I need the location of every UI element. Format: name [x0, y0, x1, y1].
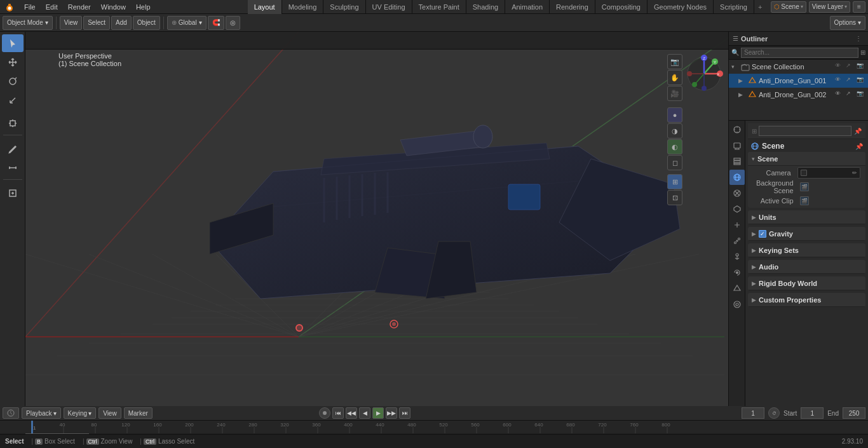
measure-tool[interactable]	[2, 159, 24, 177]
outliner-filter-btn[interactable]: ⋮	[853, 33, 864, 44]
xray-btn[interactable]: ⊡	[667, 190, 682, 205]
viewport-object-menu[interactable]: Object	[133, 16, 160, 30]
props-pin-icon[interactable]: 📌	[854, 128, 862, 135]
play-btn[interactable]: ▶	[372, 407, 384, 419]
item0-select-icon[interactable]: ↗	[846, 76, 855, 85]
snap-button[interactable]: 🧲	[208, 16, 224, 30]
filter-button[interactable]: ≡	[853, 1, 865, 13]
rotate-tool[interactable]	[2, 72, 24, 90]
props-object-tab[interactable]	[729, 201, 745, 217]
audio-header[interactable]: ▶ Audio	[748, 260, 865, 274]
step-back-btn[interactable]: ◀	[359, 407, 370, 419]
render-mode-btn[interactable]: ●	[667, 107, 682, 123]
view-layer-selector[interactable]: View Layer ▾	[809, 1, 850, 13]
add-workspace-button[interactable]: +	[754, 3, 766, 11]
rigid-body-header[interactable]: ▶ Rigid Body World	[748, 276, 865, 290]
proportional-edit-button[interactable]: ◎	[226, 16, 240, 30]
scene-collection-row[interactable]: ▾ Scene Collection 👁 ↗ 📷	[729, 60, 868, 74]
outliner-item-0[interactable]: ▶ Anti_Drone_Gun_001 👁 ↗ 📷	[729, 74, 868, 88]
camera-lock-btn[interactable]: 🎥	[667, 86, 682, 101]
current-frame-display[interactable]: 1	[742, 407, 764, 419]
record-btn[interactable]	[319, 407, 330, 419]
scene-options-icon[interactable]: 📌	[855, 143, 863, 150]
add-cube-tool[interactable]	[2, 184, 24, 202]
scene-selector[interactable]: ⬡ Scene ▾	[771, 1, 806, 13]
tab-scripting[interactable]: Scripting	[714, 0, 754, 14]
keying-btn[interactable]: Keying ▾	[64, 407, 97, 419]
tab-rendering[interactable]: Rendering	[550, 0, 595, 14]
viewport-3d[interactable]: User Perspective (1) Scene Collection	[25, 32, 728, 406]
menu-render[interactable]: Render	[63, 0, 96, 14]
blender-logo[interactable]	[3, 0, 17, 14]
background-scene-icon-btn[interactable]: 🎬	[800, 182, 809, 191]
transform-origin-selector[interactable]: ⊕ Global ▾	[167, 16, 207, 30]
menu-window[interactable]: Window	[96, 0, 131, 14]
fps-btn[interactable]: ⏱	[768, 407, 780, 419]
item0-render-icon[interactable]: 📷	[857, 76, 865, 85]
props-render-tab[interactable]	[729, 122, 745, 137]
menu-help[interactable]: Help	[131, 0, 156, 14]
active-clip-icon-btn[interactable]: 🎬	[800, 196, 809, 205]
annotate-tool[interactable]	[2, 140, 24, 158]
timeline-ruler[interactable]: 1 40 80 120 160 200 240 280 320 360 400 …	[0, 420, 868, 434]
overlay-btn[interactable]: ⊞	[667, 174, 682, 189]
custom-props-header[interactable]: ▶ Custom Properties	[748, 293, 865, 307]
viewport-select-menu[interactable]: Select	[83, 16, 110, 30]
props-world-tab[interactable]	[729, 186, 745, 201]
hand-pan-btn[interactable]: ✋	[667, 70, 682, 85]
object-mode-selector[interactable]: Object Mode ▾	[3, 16, 53, 30]
props-material-tab[interactable]	[729, 297, 745, 312]
menu-edit[interactable]: Edit	[41, 0, 63, 14]
scale-tool[interactable]	[2, 92, 24, 109]
collection-restrict-select-icon[interactable]: ↗	[846, 62, 855, 71]
props-particles-tab[interactable]	[729, 233, 745, 248]
filter-toggle-icon[interactable]: ⊞	[860, 49, 865, 56]
transform-tool[interactable]	[2, 114, 24, 132]
keying-sets-header[interactable]: ▶ Keying Sets	[748, 243, 865, 257]
jump-end-btn[interactable]: ⏭	[399, 407, 410, 419]
tab-layout[interactable]: Layout	[248, 0, 282, 14]
tab-animation[interactable]: Animation	[505, 0, 550, 14]
view-btn[interactable]: View	[98, 407, 121, 419]
props-scene-tab[interactable]	[729, 170, 745, 185]
props-modifier-tab[interactable]	[729, 217, 745, 233]
camera-value[interactable]: ✏	[797, 167, 860, 179]
collection-restrict-render-icon[interactable]: 📷	[857, 62, 865, 71]
scene-section-header[interactable]: ▾ Scene	[748, 152, 865, 166]
props-physics-tab[interactable]	[729, 249, 745, 264]
jump-prev-keyframe-btn[interactable]: ◀◀	[346, 407, 357, 419]
start-frame-input[interactable]: 1	[801, 407, 824, 419]
camera-view-btn[interactable]: 📷	[667, 54, 682, 69]
viewport-shading-material[interactable]: ◑	[667, 123, 682, 139]
marker-btn[interactable]: Marker	[124, 407, 153, 419]
jump-start-btn[interactable]: ⏮	[332, 407, 344, 419]
tab-texture-paint[interactable]: Texture Paint	[412, 0, 466, 14]
props-search-input[interactable]	[759, 126, 851, 136]
props-constraints-tab[interactable]	[729, 265, 745, 280]
camera-picker-icon[interactable]: ✏	[852, 170, 857, 176]
playback-btn[interactable]: Playback ▾	[22, 407, 61, 419]
collection-restrict-viewport-icon[interactable]: 👁	[835, 62, 844, 71]
tab-geometry-nodes[interactable]: Geometry Nodes	[648, 0, 714, 14]
end-frame-input[interactable]: 250	[843, 407, 865, 419]
units-header[interactable]: ▶ Units	[748, 210, 865, 224]
tab-compositing[interactable]: Compositing	[595, 0, 648, 14]
gravity-checkbox[interactable]: ✓	[759, 230, 766, 238]
menu-file[interactable]: File	[19, 0, 41, 14]
cursor-tool[interactable]	[2, 34, 24, 52]
tab-uv-editing[interactable]: UV Editing	[366, 0, 412, 14]
item0-viewport-icon[interactable]: 👁	[835, 76, 844, 85]
viewport-gizmo[interactable]: X Y Z	[685, 55, 723, 93]
viewport-view-menu[interactable]: View	[60, 16, 83, 30]
props-data-tab[interactable]	[729, 281, 745, 296]
tab-sculpting[interactable]: Sculpting	[323, 0, 365, 14]
item1-select-icon[interactable]: ↗	[846, 90, 855, 99]
viewport-add-menu[interactable]: Add	[111, 16, 132, 30]
timeline-frame-type-btn[interactable]	[3, 407, 19, 419]
gravity-header[interactable]: ▶ ✓ Gravity	[748, 227, 865, 241]
tab-shading[interactable]: Shading	[466, 0, 505, 14]
outliner-item-1[interactable]: ▶ Anti_Drone_Gun_002 👁 ↗ 📷	[729, 88, 868, 102]
step-forward-btn[interactable]: ▶▶	[386, 407, 397, 419]
props-view-layer-tab[interactable]	[729, 154, 745, 169]
tab-modeling[interactable]: Modeling	[282, 0, 324, 14]
